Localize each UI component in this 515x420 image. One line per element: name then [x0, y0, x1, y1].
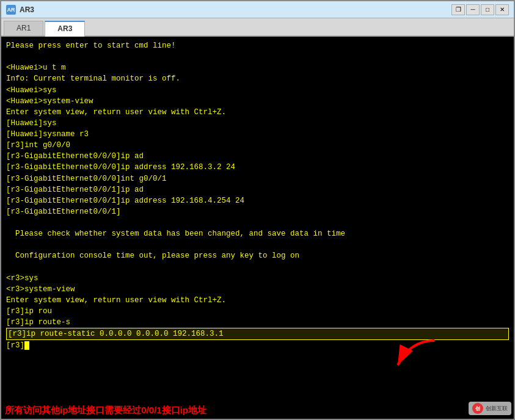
annotation-text: 所有访问其他ip地址接口需要经过0/0/1接口ip地址 [5, 405, 206, 415]
title-controls: ❐ ─ □ ✕ [451, 4, 509, 15]
window-title: AR3 [20, 5, 34, 14]
app-icon: AR [6, 5, 16, 15]
tab-ar3[interactable]: AR3 [45, 21, 85, 37]
restore-button[interactable]: ❐ [451, 4, 465, 15]
terminal-area[interactable]: Please press enter to start cmd line! <H… [1, 37, 514, 419]
tab-bar: AR1 AR3 [1, 18, 514, 37]
watermark-text: 创新互联 [486, 405, 508, 413]
red-arrow-svg [392, 338, 440, 374]
close-button[interactable]: ✕ [495, 4, 509, 15]
bottom-annotation: 所有访问其他ip地址接口需要经过0/0/1接口ip地址 [5, 405, 453, 416]
title-bar-left: AR AR3 [6, 5, 34, 15]
terminal-output: Please press enter to start cmd line! <H… [6, 40, 509, 352]
title-bar: AR AR3 ❐ ─ □ ✕ [1, 1, 514, 18]
arrow-annotation [392, 338, 440, 377]
main-window: AR AR3 ❐ ─ □ ✕ AR1 AR3 Please press ente… [0, 0, 515, 420]
watermark: 创 创新互联 [469, 402, 511, 415]
maximize-button[interactable]: □ [481, 4, 494, 15]
minimize-button[interactable]: ─ [466, 4, 480, 15]
watermark-logo: 创 [472, 403, 483, 414]
tab-ar1[interactable]: AR1 [4, 21, 43, 35]
